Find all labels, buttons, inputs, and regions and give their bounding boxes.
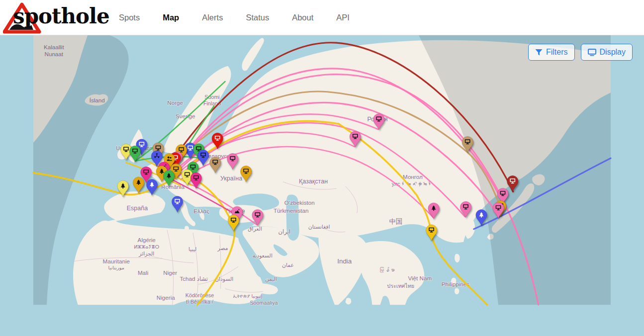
country-label: Norge <box>167 99 183 106</box>
filters-button-label: Filters <box>546 48 568 57</box>
filter-funnel-icon <box>535 49 543 56</box>
country-label: Україна <box>220 175 242 182</box>
country-label: Tchad تشاد <box>180 275 208 282</box>
app-header: spothole SpotsMapAlertsStatusAboutAPI <box>0 0 644 35</box>
display-monitor-icon <box>588 49 596 56</box>
country-label: ليبيا <box>188 246 196 252</box>
country-label: ⵍⵣⵣⴰⵢⴻⵔ <box>134 244 159 250</box>
country-label: افغانستان <box>308 224 330 230</box>
country-label: España <box>127 205 148 212</box>
country-label: Nigeria <box>157 294 175 301</box>
main-nav: SpotsMapAlertsStatusAboutAPI <box>119 13 350 22</box>
nav-item-map[interactable]: Map <box>163 13 179 22</box>
country-label: مصر <box>217 245 228 252</box>
country-label: اليمن <box>265 276 277 282</box>
nav-item-api[interactable]: API <box>336 13 350 22</box>
country-label: Türkmenistan <box>274 207 309 214</box>
logo-text: spothole <box>13 4 109 28</box>
country-label: Қазақстан <box>299 178 328 185</box>
logo[interactable]: spothole <box>0 0 102 35</box>
country-label: မြန်မာ <box>379 267 395 273</box>
country-label: العراق <box>248 226 262 232</box>
country-label: Ελλάς <box>193 208 209 214</box>
country-label: Việt Nam <box>408 275 432 281</box>
country-label: Soomaaliya <box>250 300 277 306</box>
country-label: السعودية <box>253 252 273 259</box>
nav-item-status[interactable]: Status <box>246 13 269 22</box>
country-label: عمان <box>282 262 294 268</box>
country-label: India <box>337 257 352 265</box>
map-pin-monitor[interactable] <box>426 225 437 241</box>
country-label: موريتانيا <box>108 265 124 270</box>
country-label: ประเทศไทย <box>387 283 414 289</box>
world-map: KalaallitNunaatÍslandNorgeSuomiFinlandSv… <box>0 35 644 336</box>
nav-item-spots[interactable]: Spots <box>119 13 140 22</box>
country-label: الجزائر <box>138 251 154 257</box>
filters-button[interactable]: Filters <box>528 44 575 61</box>
country-label: Ködörösêse <box>185 292 214 298</box>
nav-item-about[interactable]: About <box>292 13 313 22</box>
country-label: Algérie <box>138 237 156 243</box>
map-pin-tree[interactable] <box>133 177 144 193</box>
country-label: ایران <box>278 228 290 236</box>
country-label: Oʻzbekiston <box>284 199 315 206</box>
display-button[interactable]: Display <box>581 44 633 61</box>
country-label: 中国 <box>389 218 402 225</box>
map-controls: Filters Display <box>528 44 633 61</box>
display-button-label: Display <box>600 48 626 57</box>
country-label: Niger <box>163 269 177 276</box>
country-label: Mali <box>138 269 148 276</box>
country-label: ኢትዮጵያ إتيوبيا <box>233 293 263 299</box>
map-canvas[interactable]: KalaallitNunaatÍslandNorgeSuomiFinlandSv… <box>0 35 644 336</box>
country-label: Mauritanie <box>103 258 130 264</box>
nav-item-alerts[interactable]: Alerts <box>202 13 223 22</box>
country-label: Монгол <box>403 173 423 180</box>
